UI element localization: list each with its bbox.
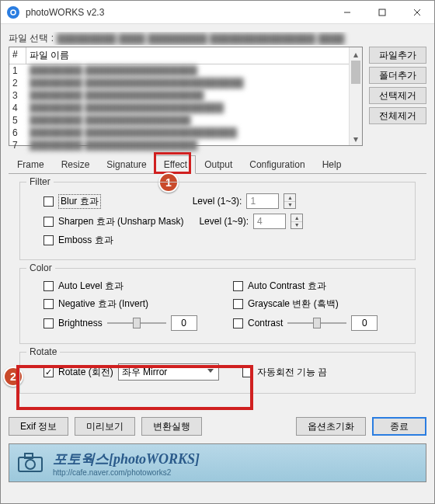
emboss-checkbox[interactable] — [44, 235, 54, 245]
autolevel-checkbox[interactable] — [44, 281, 54, 291]
rotate-label: Rotate (회전) — [58, 366, 113, 379]
scrollbar[interactable]: ▴ ▾ — [349, 47, 362, 145]
table-row[interactable]: 7████████ █████████████████ — [9, 139, 362, 151]
row-num: 3 — [9, 90, 26, 101]
grayscale-checkbox[interactable] — [233, 299, 243, 309]
autolevel-label: Auto Level 효과 — [58, 280, 124, 293]
rotate-title: Rotate — [26, 346, 60, 357]
filter-group: Filter Blur 효과 Level (1~3): 1 ▲▼ Sharpen… — [19, 182, 416, 260]
tab-help[interactable]: Help — [314, 155, 350, 174]
reset-options-button[interactable]: 옵션초기화 — [296, 417, 366, 436]
file-list[interactable]: # 파일 이름 1████████ █████████████████2████… — [9, 47, 363, 146]
row-num: 4 — [9, 103, 26, 113]
chevron-down-icon — [207, 369, 214, 373]
close-app-button[interactable]: 종료 — [372, 417, 426, 436]
tab-bar: Frame Resize Signature Effect Output Con… — [9, 155, 426, 174]
add-folder-button[interactable]: 폴더추가 — [369, 67, 426, 84]
negative-checkbox[interactable] — [44, 299, 54, 309]
table-row[interactable]: 4████████ █████████████████████ — [9, 102, 362, 114]
level19-label: Level (1~9): — [199, 216, 249, 227]
row-num: 2 — [9, 78, 26, 89]
autorotate-label: 자동회전 기능 끔 — [257, 366, 328, 379]
file-select-label: 파일 선택 : — [9, 32, 54, 45]
row-filename: ████████ ████████████████████████ — [26, 78, 362, 89]
window-title: photoWORKS v2.3 — [26, 7, 329, 18]
row-num: 5 — [9, 115, 26, 126]
col-header-num[interactable]: # — [9, 47, 26, 64]
tab-output[interactable]: Output — [196, 155, 241, 174]
app-icon — [7, 6, 19, 19]
file-select-row: 파일 선택 : █████████ ████ █████████ ███████… — [9, 32, 426, 45]
scroll-up-icon[interactable]: ▴ — [350, 47, 362, 61]
preview-button[interactable]: 미리보기 — [75, 417, 135, 436]
banner-title: 포토웍스[photoWORKS] — [53, 450, 200, 468]
row-filename: ████████ █████████████████ — [26, 140, 362, 151]
remove-selected-button[interactable]: 선택제거 — [369, 87, 426, 104]
grayscale-label: Grayscale 변환 (흑백) — [248, 297, 339, 311]
table-row[interactable]: 3████████ ██████████████████ — [9, 89, 362, 102]
rotate-group: Rotate Rotate (회전) 좌우 Mirror 자동회전 기능 끔 — [19, 352, 416, 394]
camera-icon — [17, 451, 45, 475]
contrast-slider[interactable] — [287, 315, 346, 331]
rotate-select[interactable]: 좌우 Mirror — [118, 363, 219, 381]
row-num: 7 — [9, 140, 26, 151]
autocontrast-checkbox[interactable] — [233, 281, 243, 291]
tab-signature[interactable]: Signature — [98, 155, 155, 174]
sharpen-checkbox[interactable] — [44, 217, 54, 227]
tab-effect[interactable]: Effect — [155, 155, 196, 174]
banner[interactable]: 포토웍스[photoWORKS] http://cafe.naver.com/p… — [9, 443, 426, 482]
blur-checkbox[interactable] — [44, 196, 54, 207]
col-header-name[interactable]: 파일 이름 — [26, 47, 362, 64]
brightness-slider[interactable] — [107, 315, 166, 331]
tab-configuration[interactable]: Configuration — [241, 155, 313, 174]
remove-all-button[interactable]: 전체제거 — [369, 107, 426, 124]
svg-point-0 — [11, 10, 16, 15]
add-file-button[interactable]: 파일추가 — [369, 47, 426, 64]
execute-button[interactable]: 변환실행 — [141, 417, 202, 436]
tab-resize[interactable]: Resize — [53, 155, 99, 174]
exif-button[interactable]: Exif 정보 — [9, 417, 68, 436]
row-filename: ████████ █████████████████████ — [26, 103, 362, 113]
emboss-label: Emboss 효과 — [58, 234, 113, 247]
brightness-checkbox[interactable] — [44, 318, 54, 328]
rotate-select-value: 좌우 Mirror — [122, 366, 168, 379]
scroll-down-icon[interactable]: ▾ — [350, 132, 362, 145]
negative-label: Negative 효과 (Invert) — [58, 297, 148, 311]
color-group: Color Auto Level 효과 Negative 효과 (Invert)… — [19, 268, 416, 344]
sharpen-label: Sharpen 효과 (Unsharp Mask) — [58, 215, 183, 228]
tab-frame[interactable]: Frame — [9, 155, 53, 174]
color-title: Color — [26, 262, 55, 273]
autorotate-checkbox[interactable] — [242, 367, 252, 377]
svg-rect-2 — [379, 9, 385, 16]
banner-url: http://cafe.naver.com/photoworks2 — [53, 468, 200, 477]
minimize-button[interactable] — [329, 1, 364, 23]
row-filename: ████████ ██████████████████ — [26, 90, 362, 101]
contrast-checkbox[interactable] — [233, 318, 243, 328]
maximize-button[interactable] — [364, 1, 399, 23]
table-row[interactable]: 5████████ ████████████████ — [9, 114, 362, 127]
blur-label: Blur 효과 — [58, 194, 101, 209]
brightness-value[interactable]: 0 — [171, 315, 197, 331]
file-select-value: █████████ ████ █████████ ███████████████… — [57, 33, 344, 44]
contrast-value[interactable]: 0 — [351, 315, 378, 331]
titlebar: photoWORKS v2.3 — [1, 1, 434, 24]
row-filename: ████████ ███████████████████████ — [26, 127, 362, 138]
level13-label: Level (1~3): — [193, 196, 242, 207]
table-row[interactable]: 1████████ █████████████████ — [9, 64, 362, 77]
scroll-thumb[interactable] — [351, 61, 360, 84]
row-num: 1 — [9, 65, 26, 76]
svg-point-6 — [26, 460, 35, 469]
filter-title: Filter — [26, 176, 54, 187]
rotate-checkbox[interactable] — [44, 367, 54, 377]
autocontrast-label: Auto Contrast 효과 — [248, 280, 326, 293]
table-row[interactable]: 6████████ ███████████████████████ — [9, 127, 362, 139]
table-row[interactable]: 2████████ ████████████████████████ — [9, 77, 362, 89]
level19-input[interactable]: 4 — [253, 214, 286, 229]
level13-input[interactable]: 1 — [246, 193, 279, 209]
level13-spinner[interactable]: ▲▼ — [284, 193, 296, 209]
row-filename: ████████ ████████████████ — [26, 115, 362, 126]
level19-spinner[interactable]: ▲▼ — [291, 214, 303, 229]
brightness-label: Brightness — [58, 318, 103, 328]
row-filename: ████████ █████████████████ — [26, 65, 362, 76]
close-button[interactable] — [399, 1, 434, 23]
